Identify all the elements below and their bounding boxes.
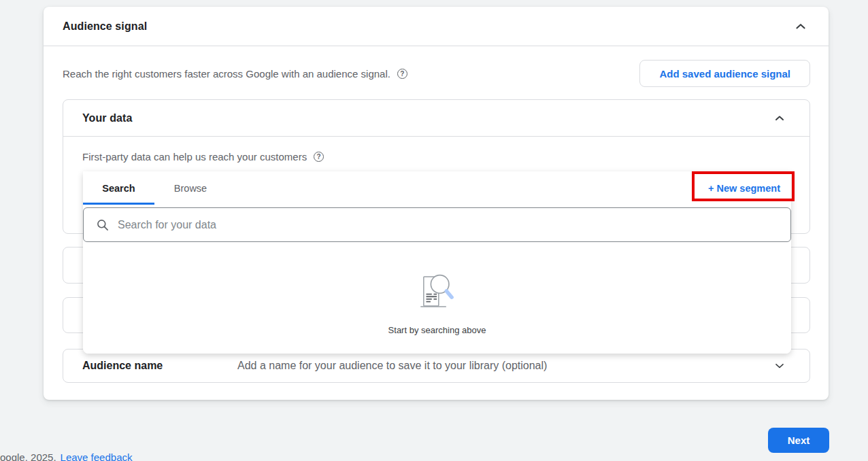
tab-browse[interactable]: Browse [154,171,227,205]
audience-name-placeholder: Add a name for your audience to save it … [237,360,773,372]
page: Audience signal Reach the right customer… [0,0,868,461]
search-results-empty-state: Start by searching above [83,242,791,354]
your-data-search-widget: Search Browse + New segment [83,171,791,354]
empty-state-message: Start by searching above [388,325,486,335]
chevron-up-icon[interactable] [773,112,786,125]
audience-signal-panel: Audience signal Reach the right customer… [44,7,829,400]
chevron-down-icon[interactable] [773,359,786,373]
add-saved-audience-signal-button[interactable]: Add saved audience signal [639,60,810,87]
copyright-text: oogle, 2025. [0,451,56,461]
chevron-up-icon[interactable] [793,19,808,34]
your-data-description: First-party data can help us reach your … [82,151,307,163]
search-field-container [83,207,791,242]
new-segment-link[interactable]: + New segment [708,183,780,194]
audience-signal-description: Reach the right customers faster across … [63,68,390,80]
audience-name-row[interactable]: Audience name Add a name for your audien… [63,349,810,383]
audience-name-label: Audience name [82,360,237,372]
help-icon[interactable]: ? [397,69,407,79]
search-input[interactable] [118,219,778,231]
tab-search[interactable]: Search [83,171,154,205]
your-data-header: Your data [63,100,809,137]
help-icon[interactable]: ? [314,152,324,162]
page-footer: oogle, 2025.Leave feedback [0,451,133,461]
audience-signal-header: Audience signal [44,7,829,46]
leave-feedback-link[interactable]: Leave feedback [61,451,133,461]
your-data-description-row: First-party data can help us reach your … [82,151,790,163]
search-icon [96,218,110,232]
tabs-row: Search Browse + New segment [83,171,791,205]
document-search-illustration-icon [415,271,460,311]
your-data-title: Your data [82,112,133,124]
next-button[interactable]: Next [768,428,829,453]
audience-signal-description-row: Reach the right customers faster across … [63,60,810,87]
panel-title: Audience signal [63,20,147,33]
